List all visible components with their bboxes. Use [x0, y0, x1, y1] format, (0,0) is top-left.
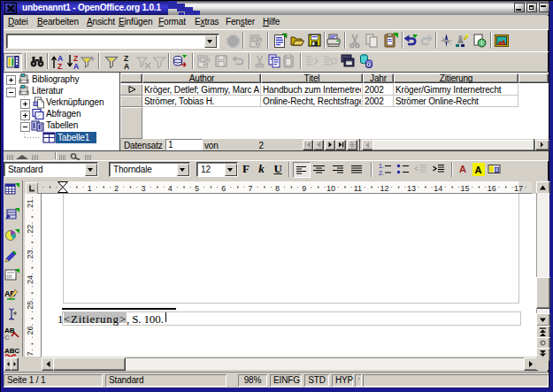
svg-text:14: 14	[434, 184, 442, 193]
svg-text:26: 26	[26, 326, 35, 334]
svg-text:6: 6	[221, 184, 226, 193]
svg-text:23: 23	[26, 250, 35, 258]
svg-text:11: 11	[354, 184, 362, 193]
svg-text:16: 16	[488, 184, 496, 193]
svg-text:12: 12	[380, 184, 389, 193]
svg-text:C: C	[4, 334, 10, 342]
svg-text:13: 13	[407, 184, 416, 193]
svg-text:A: A	[475, 165, 482, 175]
svg-text:4: 4	[168, 184, 173, 193]
svg-text:Z: Z	[58, 62, 62, 71]
svg-text:1: 1	[88, 184, 92, 193]
svg-text:3: 3	[141, 184, 145, 193]
svg-text:15: 15	[460, 184, 469, 193]
svg-text:ABC: ABC	[4, 347, 19, 355]
svg-text:22: 22	[26, 225, 35, 234]
svg-text:10: 10	[326, 184, 335, 193]
svg-text:2: 2	[114, 184, 119, 193]
svg-text:5: 5	[195, 184, 199, 193]
svg-text:7: 7	[249, 184, 253, 193]
svg-text:21: 21	[26, 199, 35, 208]
svg-text:1.: 1.	[379, 163, 384, 169]
svg-text:17: 17	[514, 184, 523, 193]
svg-text:25: 25	[26, 301, 35, 310]
svg-text:A: A	[73, 62, 79, 71]
svg-text:A: A	[124, 62, 129, 71]
svg-text:9: 9	[302, 184, 306, 193]
svg-text:2.: 2.	[379, 170, 384, 176]
svg-text:8: 8	[275, 184, 280, 193]
svg-text:A: A	[459, 164, 466, 174]
svg-text:24: 24	[26, 275, 35, 284]
